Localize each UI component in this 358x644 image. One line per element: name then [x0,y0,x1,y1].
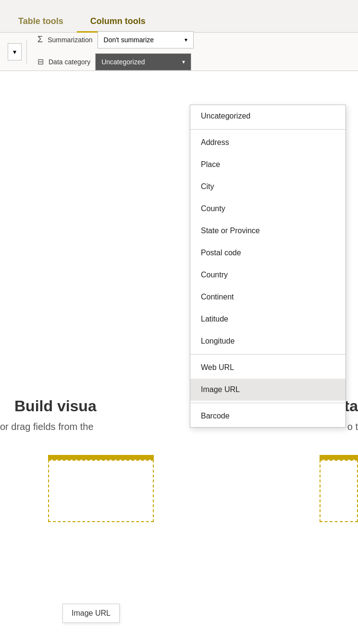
canvas-sub-text-right: o t [347,421,358,432]
dropdown-item-continent[interactable]: Continent [190,286,346,308]
canvas-sub-text: or drag fields from the [0,421,94,432]
dropdown-divider [190,403,346,403]
ribbon-rows: Σ Summarization Don't summarize ▾ ⊟ Data… [37,31,194,72]
dropdown-item-place[interactable]: Place [190,154,346,176]
image-url-tooltip: Image URL [62,604,120,623]
data-category-label: Data category [49,58,90,66]
summarization-chevron-icon: ▾ [185,36,187,43]
dropdown-item-postal-code[interactable]: Postal code [190,242,346,264]
dropdown-item-image-url[interactable]: Image URL [190,379,346,401]
data-category-dropdown-list: UncategorizedAddressPlaceCityCountyState… [190,105,346,428]
summarization-label: Summarization [48,36,92,44]
summarization-row: Σ Summarization Don't summarize ▾ [37,31,194,48]
chevron-down-icon: ▾ [13,48,16,56]
summarization-dropdown[interactable]: Don't summarize ▾ [98,31,194,48]
dropdown-item-country[interactable]: Country [190,264,346,286]
tab-bar: Table tools Column tools [0,0,358,33]
dashed-box-left [48,460,154,522]
yellow-bar-left [48,455,154,460]
dropdown-item-county[interactable]: County [190,198,346,220]
placeholder-image-left [48,455,154,527]
dashed-box-right [320,460,358,522]
data-category-row: ⊟ Data category Uncategorized ▾ [37,53,194,71]
ribbon: ▾ Σ Summarization Don't summarize ▾ ⊟ Da… [0,33,358,71]
tab-column-tools[interactable]: Column tools [77,11,159,33]
dropdown-item-uncategorized[interactable]: Uncategorized [190,105,346,127]
dropdown-item-state-or-province[interactable]: State or Province [190,220,346,242]
summarization-icon: Σ [37,35,43,45]
dropdown-item-barcode[interactable]: Barcode [190,405,346,427]
dropdown-item-city[interactable]: City [190,176,346,198]
ribbon-divider [26,40,27,64]
data-category-dropdown[interactable]: Uncategorized ▾ [95,53,191,71]
tab-table-tools[interactable]: Table tools [5,11,77,33]
dropdown-item-longitude[interactable]: Longitude [190,330,346,352]
data-category-icon: ⊟ [37,57,44,66]
dropdown-divider [190,129,346,130]
ribbon-left-controls: ▾ [8,40,30,64]
dropdown-item-web-url[interactable]: Web URL [190,357,346,379]
yellow-bar-right [320,455,358,460]
dropdown-item-latitude[interactable]: Latitude [190,308,346,330]
dropdown-item-address[interactable]: Address [190,131,346,154]
placeholder-image-right [320,455,358,527]
data-category-chevron-icon: ▾ [182,59,185,65]
canvas-main-text: Build visua [14,397,97,415]
dropdown-divider [190,354,346,355]
ribbon-small-dropdown[interactable]: ▾ [8,43,22,60]
